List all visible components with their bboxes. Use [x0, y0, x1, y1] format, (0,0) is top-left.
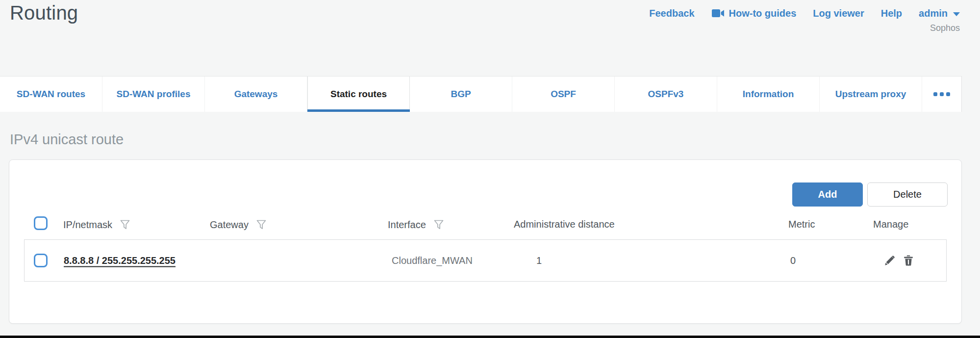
admin-menu-label: admin — [919, 8, 948, 19]
admin-menu[interactable]: admin — [919, 8, 960, 19]
bottom-edge-bar — [0, 336, 980, 338]
tab-ospfv3[interactable]: OSPFv3 — [615, 77, 717, 112]
route-ip-netmask-link[interactable]: 8.8.8.8 / 255.255.255.255 — [64, 255, 176, 266]
tab-overflow-ellipsis-icon[interactable] — [922, 77, 961, 112]
column-header-manage: Manage — [873, 219, 908, 230]
column-header-interface: Interface — [388, 219, 444, 231]
feedback-link[interactable]: Feedback — [649, 8, 694, 19]
select-all-checkbox[interactable] — [34, 216, 48, 230]
route-interface-value: Cloudflare_MWAN — [392, 255, 473, 266]
section-heading: IPv4 unicast route — [10, 131, 124, 148]
edit-pencil-icon[interactable] — [883, 254, 896, 267]
chevron-down-icon — [953, 12, 960, 16]
add-button[interactable]: Add — [792, 182, 863, 207]
tab-gateways[interactable]: Gateways — [205, 77, 307, 112]
tab-sd-wan-profiles[interactable]: SD-WAN profiles — [102, 77, 205, 112]
row-manage-actions — [883, 254, 915, 267]
tab-bgp[interactable]: BGP — [410, 77, 512, 112]
column-header-ip-netmask: IP/netmask — [63, 219, 130, 231]
table-header: IP/netmask Gateway Interface Administrat… — [9, 215, 961, 237]
howto-guides-link[interactable]: How-to guides — [711, 8, 797, 19]
row-checkbox[interactable] — [34, 254, 48, 267]
page-title: Routing — [10, 2, 78, 24]
top-nav: Feedback How-to guides Log viewer Help a… — [649, 6, 960, 21]
page-header: Routing Feedback How-to guides Log viewe… — [0, 0, 980, 76]
filter-icon[interactable] — [433, 219, 444, 231]
filter-icon[interactable] — [256, 219, 267, 231]
tab-upstream-proxy[interactable]: Upstream proxy — [820, 77, 922, 112]
video-camera-icon — [711, 8, 725, 19]
filter-icon[interactable] — [120, 219, 130, 231]
tab-information[interactable]: Information — [717, 77, 820, 112]
delete-button[interactable]: Delete — [867, 182, 948, 207]
route-metric-value: 0 — [790, 255, 796, 266]
tab-bar: SD-WAN routes SD-WAN profiles Gateways S… — [0, 76, 962, 112]
help-link[interactable]: Help — [881, 8, 902, 19]
routes-card: Add Delete IP/netmask Gateway Interface … — [9, 159, 962, 324]
column-header-metric: Metric — [788, 219, 815, 230]
brand-label: Sophos — [930, 23, 960, 33]
delete-trash-icon[interactable] — [902, 254, 915, 267]
ellipsis-dot — [946, 92, 950, 96]
route-administrative-distance-value: 1 — [536, 255, 542, 266]
column-header-administrative-distance: Administrative distance — [514, 219, 615, 230]
howto-guides-label: How-to guides — [729, 8, 797, 19]
tab-sd-wan-routes[interactable]: SD-WAN routes — [0, 77, 102, 112]
tab-static-routes[interactable]: Static routes — [307, 77, 410, 112]
tab-ospf[interactable]: OSPF — [512, 77, 615, 112]
column-header-gateway: Gateway — [210, 219, 267, 231]
ellipsis-dot — [933, 92, 937, 96]
table-row: 8.8.8.8 / 255.255.255.255 Cloudflare_MWA… — [24, 239, 947, 282]
ellipsis-dot — [940, 92, 944, 96]
log-viewer-link[interactable]: Log viewer — [813, 8, 864, 19]
